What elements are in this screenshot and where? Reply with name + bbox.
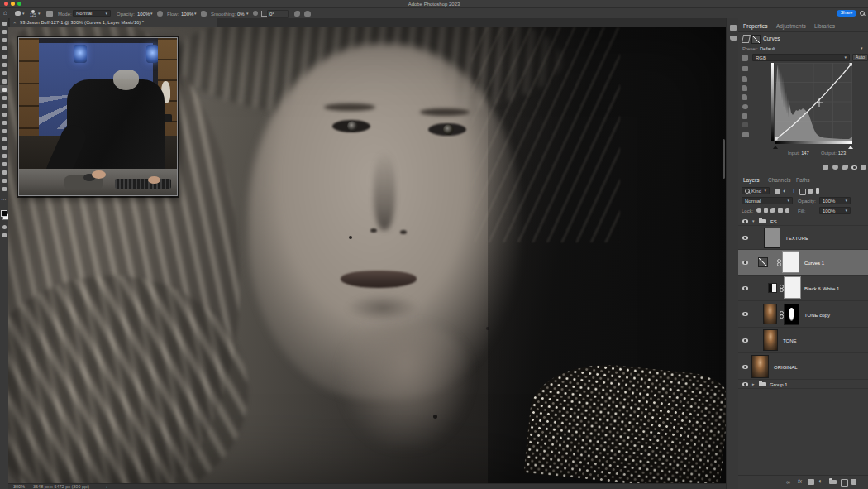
delete-adjustment-icon[interactable] bbox=[861, 165, 866, 170]
bw1-mask-link-icon[interactable] bbox=[780, 285, 782, 291]
pen-tool-icon[interactable] bbox=[2, 146, 7, 150]
screen-mode-icon[interactable] bbox=[2, 233, 7, 237]
new-layer-icon[interactable] bbox=[841, 479, 848, 487]
layer-row-fs-group[interactable]: ▾ FS bbox=[738, 217, 868, 226]
layer-row-tone-copy[interactable]: TONE copy bbox=[738, 301, 868, 328]
layer-name[interactable]: TONE copy bbox=[804, 313, 830, 318]
status-more-icon[interactable]: › bbox=[106, 485, 107, 489]
shape-tool-icon[interactable] bbox=[2, 170, 7, 175]
curves-grid[interactable] bbox=[775, 63, 852, 141]
edit-toolbar-icon[interactable]: ⋯ bbox=[1, 197, 6, 202]
highlights-slider[interactable] bbox=[848, 146, 853, 149]
canvas-image[interactable] bbox=[8, 27, 726, 483]
history-panel-icon[interactable] bbox=[730, 25, 737, 31]
pressure-opacity-icon[interactable] bbox=[157, 11, 163, 17]
new-group-icon[interactable] bbox=[829, 480, 837, 484]
brush-size-chevron-icon[interactable]: ▾ bbox=[38, 12, 41, 16]
comments-panel-icon[interactable] bbox=[730, 36, 737, 41]
bw1-adjustment-thumbnail[interactable] bbox=[768, 283, 777, 293]
auto-button[interactable]: Auto bbox=[852, 54, 868, 61]
tonecopy-visibility-icon[interactable] bbox=[742, 312, 748, 316]
filter-pixel-layers-icon[interactable] bbox=[775, 189, 780, 194]
add-layer-mask-icon[interactable] bbox=[808, 479, 814, 485]
lock-artboard-icon[interactable] bbox=[778, 208, 783, 213]
lock-position-icon[interactable] bbox=[770, 208, 775, 213]
blur-tool-icon[interactable] bbox=[2, 129, 7, 133]
brush-preset-chevron-icon[interactable]: ▾ bbox=[22, 12, 25, 16]
fs-visibility-icon[interactable] bbox=[742, 219, 748, 223]
filter-smart-objects-icon[interactable] bbox=[808, 189, 813, 194]
group1-visibility-icon[interactable] bbox=[742, 382, 748, 386]
dodge-tool-icon[interactable] bbox=[2, 137, 7, 141]
fill-field[interactable]: 100% ▾ bbox=[819, 207, 851, 214]
filter-shape-layers-icon[interactable] bbox=[799, 189, 806, 195]
preset-chevron-icon[interactable]: ▾ bbox=[861, 46, 863, 50]
tab-properties[interactable]: Properties bbox=[743, 24, 768, 30]
smoothing-chevron-icon[interactable]: ▾ bbox=[246, 12, 249, 16]
home-icon[interactable]: ⌂ bbox=[3, 10, 7, 17]
modify-points-icon[interactable] bbox=[742, 66, 748, 71]
layer-row-black-white-1[interactable]: Black & White 1 bbox=[738, 276, 868, 301]
symmetry-butterfly-icon[interactable] bbox=[304, 11, 311, 17]
document-tab[interactable]: × 93-Jason Buff-127-1 @ 300% (Curves 1, … bbox=[10, 18, 217, 27]
layer-name[interactable]: Group 1 bbox=[770, 382, 788, 387]
delete-layer-icon[interactable] bbox=[851, 479, 856, 485]
brush-size-value[interactable]: 125 bbox=[30, 14, 36, 18]
frame-tool-icon[interactable] bbox=[2, 63, 7, 67]
opacity-value[interactable]: 100% bbox=[137, 12, 150, 17]
link-layers-icon[interactable]: ∞ bbox=[786, 479, 790, 485]
tab-close-icon[interactable]: × bbox=[13, 20, 17, 25]
tonecopy-mask-link-icon[interactable] bbox=[780, 311, 782, 318]
lasso-tool-icon[interactable] bbox=[2, 38, 7, 42]
brush-tool-icon[interactable] bbox=[2, 88, 7, 92]
curves1-layer-mask-thumbnail[interactable] bbox=[782, 251, 799, 273]
layer-name[interactable]: TONE bbox=[783, 338, 797, 343]
tonecopy-layer-mask-thumbnail[interactable] bbox=[784, 304, 799, 325]
zoom-tool-icon[interactable] bbox=[2, 187, 7, 191]
original-visibility-icon[interactable] bbox=[742, 365, 748, 369]
layer-name[interactable]: Curves 1 bbox=[804, 261, 824, 266]
bw1-layer-mask-thumbnail[interactable] bbox=[784, 276, 801, 299]
eyedropper-tool-icon[interactable] bbox=[2, 71, 7, 75]
filter-type-layers-icon[interactable]: T bbox=[792, 188, 795, 194]
targeted-adjustment-icon[interactable] bbox=[742, 55, 748, 61]
zoom-level-field[interactable]: 300% bbox=[13, 485, 25, 489]
edit-curve-points-icon[interactable] bbox=[742, 104, 748, 109]
original-thumbnail[interactable] bbox=[751, 355, 769, 378]
adjustment-visibility-icon[interactable] bbox=[851, 165, 857, 170]
layer-row-group-1[interactable]: ▸ Group 1 bbox=[738, 380, 868, 389]
pressure-size-icon[interactable] bbox=[294, 11, 300, 17]
lock-transparency-icon[interactable] bbox=[756, 208, 761, 213]
smoothing-gear-icon[interactable] bbox=[253, 11, 258, 16]
white-point-eyedropper-icon[interactable] bbox=[742, 94, 747, 100]
foreground-color-swatch[interactable] bbox=[1, 210, 7, 217]
clip-histogram-icon[interactable] bbox=[742, 132, 749, 137]
layer-row-texture[interactable]: TEXTURE bbox=[738, 226, 868, 250]
path-selection-tool-icon[interactable] bbox=[2, 162, 7, 166]
curves1-visibility-icon[interactable] bbox=[742, 261, 748, 265]
flow-chevron-icon[interactable]: ▾ bbox=[194, 12, 197, 16]
tab-libraries[interactable]: Libraries bbox=[814, 24, 835, 30]
layer-row-original[interactable]: ORIGINAL bbox=[738, 353, 868, 380]
crop-tool-icon[interactable] bbox=[2, 55, 7, 59]
channel-select[interactable]: RGB ▾ bbox=[752, 54, 850, 61]
draw-curve-pencil-icon[interactable] bbox=[742, 113, 747, 119]
type-tool-icon[interactable] bbox=[2, 154, 7, 158]
object-selection-tool-icon[interactable] bbox=[2, 46, 7, 50]
new-adjustment-layer-icon[interactable]: ◐ bbox=[818, 478, 823, 485]
clone-stamp-tool-icon[interactable] bbox=[2, 96, 7, 100]
canvas-vertical-scrollbar[interactable] bbox=[723, 139, 725, 179]
brush-settings-panel-icon[interactable] bbox=[46, 11, 53, 17]
black-point-eyedropper-icon[interactable] bbox=[742, 76, 747, 82]
history-brush-tool-icon[interactable] bbox=[2, 104, 7, 108]
flow-value[interactable]: 100% bbox=[181, 12, 193, 17]
layers-opacity-field[interactable]: 100% ▾ bbox=[819, 197, 851, 204]
airbrush-icon[interactable] bbox=[201, 11, 207, 17]
tab-channels[interactable]: Channels bbox=[768, 178, 790, 184]
layer-name[interactable]: Black & White 1 bbox=[804, 286, 839, 291]
quick-mask-icon[interactable] bbox=[2, 225, 7, 229]
search-icon[interactable] bbox=[860, 11, 865, 16]
tonecopy-thumbnail[interactable] bbox=[763, 304, 777, 324]
marquee-tool-icon[interactable] bbox=[2, 30, 7, 34]
view-previous-state-icon[interactable] bbox=[832, 165, 838, 170]
